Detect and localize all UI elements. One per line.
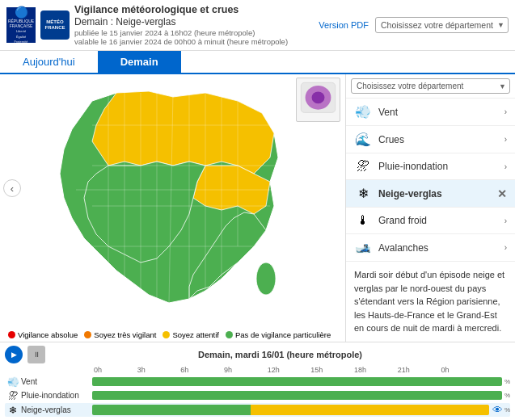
tick-0h-end: 0h xyxy=(441,366,484,374)
tick-3h: 3h xyxy=(137,366,181,374)
chevron-vent: › xyxy=(504,107,507,116)
page-subtitle: Demain : Neige-verglas xyxy=(74,16,314,27)
tick-0h: 0h xyxy=(94,366,137,374)
timeline-controls: ▶ ⏸ Demain, mardi 16/01 (heure métropole… xyxy=(5,346,510,363)
chevron-avalanches: › xyxy=(504,243,507,252)
sidebar-item-crues[interactable]: 🌊 Crues › xyxy=(346,126,515,153)
legend-dot-tres-vigilant xyxy=(84,331,91,338)
avalanches-icon: 🎿 xyxy=(354,240,372,255)
map-container xyxy=(2,76,344,328)
tabs-bar: Aujourd'hui Demain xyxy=(0,51,515,74)
mini-map xyxy=(296,78,340,122)
vent-icon: 💨 xyxy=(354,104,372,120)
chevron-crues: › xyxy=(504,135,507,144)
rf-text: RÉPUBLIQUEFRANÇAISELibertéÉgalitéFratern… xyxy=(8,19,34,44)
timeline-neige-pct: % xyxy=(504,406,510,414)
dept-select[interactable]: Choisissez votre département xyxy=(375,17,509,33)
nav-left-arrow[interactable]: ‹ xyxy=(3,179,21,197)
app-container: 🔵 RÉPUBLIQUEFRANÇAISELibertéÉgalitéFrate… xyxy=(0,0,515,420)
timeline-pluie-icon: ⛈ xyxy=(5,390,21,401)
sidebar-item-neige[interactable]: ❄ Neige-verglas ✕ xyxy=(346,180,515,208)
legend-item-pas-vigilance: Pas de vigilance particulière xyxy=(226,330,331,339)
svg-point-2 xyxy=(312,91,325,103)
timeline-pluie-bar xyxy=(92,391,502,400)
timeline-pluie-label: Pluie-inondation xyxy=(21,391,92,400)
tick-9h: 9h xyxy=(224,366,268,374)
info-box: Mardi soir début d'un épisode neige et v… xyxy=(346,262,515,342)
timeline-title: Demain, mardi 16/01 (heure métropole) xyxy=(50,350,510,359)
mini-map-svg xyxy=(297,78,340,121)
tick-6h: 6h xyxy=(180,366,224,374)
timeline-neige-eye-icon[interactable]: 👁 xyxy=(492,404,503,416)
tick-18h: 18h xyxy=(354,366,398,374)
close-neige[interactable]: ✕ xyxy=(497,187,507,200)
meteo-logo: MÉTÉOFRANCE xyxy=(40,10,70,40)
sidebar-label-neige: Neige-verglas xyxy=(378,188,497,200)
rf-logo: 🔵 RÉPUBLIQUEFRANÇAISELibertéÉgalitéFrate… xyxy=(6,7,36,43)
rf-emblem: 🔵 xyxy=(15,6,28,19)
sidebar-label-grand-froid: Grand froid xyxy=(378,215,504,226)
play-button[interactable]: ▶ xyxy=(5,346,23,363)
chevron-pluie: › xyxy=(504,162,507,171)
main-content: ‹ xyxy=(0,74,515,342)
timeline-row-neige: ❄ Neige-verglas 👁 % xyxy=(5,403,510,417)
legend-dot-absolue xyxy=(8,331,15,338)
timeline-section: ▶ ⏸ Demain, mardi 16/01 (heure métropole… xyxy=(0,342,515,420)
tab-tomorrow[interactable]: Demain xyxy=(98,51,181,73)
sidebar-label-avalanches: Avalanches xyxy=(378,242,504,254)
page-title: Vigilance météorologique et crues xyxy=(74,4,314,15)
timeline-vent-pct: % xyxy=(504,378,510,385)
france-map xyxy=(40,85,306,319)
legend-dot-attentif xyxy=(163,331,170,338)
legend-item-absolue: Vigilance absolue xyxy=(8,330,78,339)
sidebar-label-pluie: Pluie-inondation xyxy=(378,161,504,172)
timeline-neige-label: Neige-verglas xyxy=(21,405,92,414)
sidebar-label-crues: Crues xyxy=(378,134,504,145)
timeline-pluie-pct: % xyxy=(504,392,510,399)
sidebar-label-vent: Vent xyxy=(378,107,504,118)
pdf-link[interactable]: Version PDF xyxy=(319,20,369,30)
timeline-vent-icon: 💨 xyxy=(5,376,21,388)
timeline-vent-label: Vent xyxy=(21,377,92,386)
tab-today[interactable]: Aujourd'hui xyxy=(0,51,98,73)
weather-rows: 💨 Vent % ⛈ Pluie-inondation % ❄ Neige-ve… xyxy=(5,376,510,417)
timeline-row-pluie: ⛈ Pluie-inondation % xyxy=(5,389,510,401)
tick-12h: 12h xyxy=(268,366,311,374)
header-title-block: Vigilance météorologique et crues Demain… xyxy=(74,4,314,46)
sidebar-item-pluie[interactable]: ⛈ Pluie-inondation › xyxy=(346,153,515,180)
pause-button[interactable]: ⏸ xyxy=(27,346,45,363)
sidebar: Choisissez votre département ▼ 💨 Vent › … xyxy=(345,74,515,342)
meta1: publiée le 15 janvier 2024 à 16h02 (heur… xyxy=(74,28,314,37)
grand-froid-icon: 🌡 xyxy=(354,213,372,228)
chevron-grand-froid: › xyxy=(504,216,507,225)
map-section: ‹ xyxy=(0,74,345,342)
legend-item-attentif: Soyez attentif xyxy=(163,330,219,339)
meta2: valable le 16 janvier 2024 de 00h00 à mi… xyxy=(74,37,314,46)
timeline-row-vent: 💨 Vent % xyxy=(5,376,510,388)
timeline-neige-icon: ❄ xyxy=(5,405,21,416)
header: 🔵 RÉPUBLIQUEFRANÇAISELibertéÉgalitéFrate… xyxy=(0,0,515,51)
timeline-neige-bar xyxy=(92,405,489,415)
legend-dot-pas-vigilance xyxy=(226,331,233,338)
timeline-vent-bar xyxy=(92,377,502,386)
sidebar-item-vent[interactable]: 💨 Vent › xyxy=(346,99,515,126)
sidebar-dept-select-wrapper: Choisissez votre département ▼ xyxy=(346,74,515,99)
legend-item-tres-vigilant: Soyez très vigilant xyxy=(84,330,156,339)
pluie-icon: ⛈ xyxy=(354,159,372,174)
tick-21h: 21h xyxy=(398,366,441,374)
legend: Vigilance absolue Soyez très vigilant So… xyxy=(2,328,344,342)
sidebar-dept-select[interactable]: Choisissez votre département xyxy=(351,78,510,94)
sidebar-item-grand-froid[interactable]: 🌡 Grand froid › xyxy=(346,208,515,234)
svg-point-3 xyxy=(256,262,276,295)
time-axis: 0h 3h 6h 9h 12h 15h 18h 21h 0h xyxy=(5,366,510,374)
crues-icon: 🌊 xyxy=(354,132,372,147)
sidebar-item-avalanches[interactable]: 🎿 Avalanches › xyxy=(346,234,515,262)
info-text: Mardi soir début d'un épisode neige et v… xyxy=(354,268,507,335)
neige-icon: ❄ xyxy=(354,186,372,201)
tick-15h: 15h xyxy=(310,366,354,374)
